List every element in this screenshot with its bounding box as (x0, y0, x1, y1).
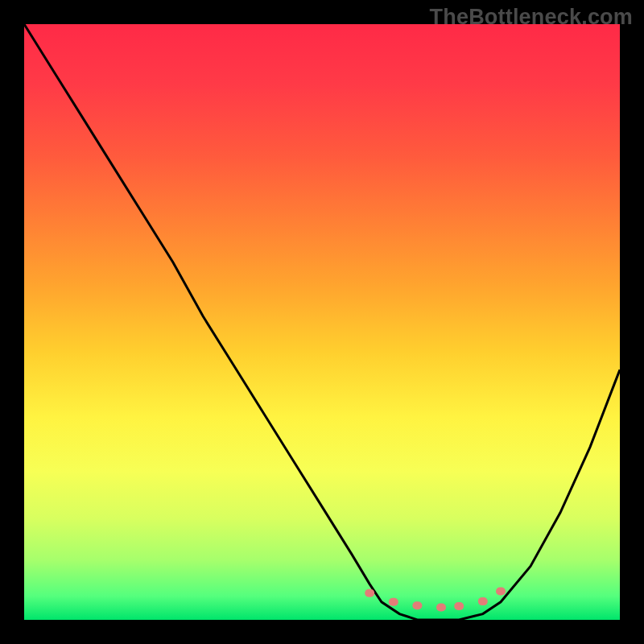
valley-marker-dot (496, 588, 506, 596)
valley-marker-dot (412, 601, 422, 609)
valley-marker-group (365, 588, 506, 612)
valley-marker-dot (454, 602, 464, 610)
plot-area (24, 24, 620, 620)
chart-svg (24, 24, 620, 620)
bottleneck-curve-path (24, 24, 620, 620)
valley-marker-dot (365, 589, 374, 597)
watermark-label: TheBottleneck.com (430, 5, 633, 30)
valley-marker-dot (478, 597, 488, 605)
valley-marker-dot (436, 604, 446, 612)
valley-marker-dot (389, 598, 398, 606)
chart-frame: TheBottleneck.com (0, 0, 644, 644)
